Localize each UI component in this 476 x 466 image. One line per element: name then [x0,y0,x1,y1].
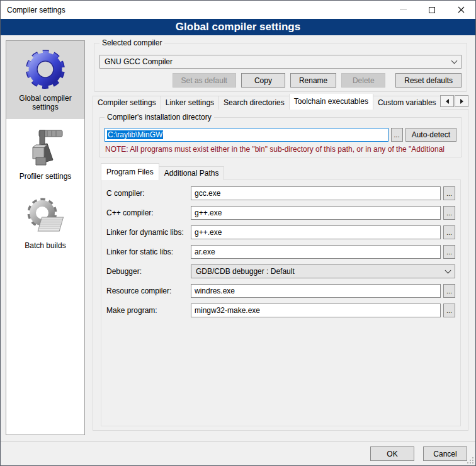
minimize-icon [400,9,407,10]
settings-category-list: Global compiler settingsProfiler setting… [6,40,85,435]
installation-directory-group-label: Compiler's installation directory [105,113,214,122]
bin-subdirectory-note: NOTE: All programs must exist either in … [105,145,456,154]
installation-directory-row: C:\raylib\MinGW ... Auto-detect [105,128,456,142]
compiler-select[interactable]: GNU GCC Compiler [99,55,462,69]
arrow-left-icon [446,99,449,104]
selected-compiler-group-label: Selected compiler [99,38,164,47]
field-row-debugger: Debugger:GDB/CDB debugger : Default [106,264,455,278]
field-row-linker-for-static-libs: Linker for static libs:... [106,245,455,259]
delete-button: Delete [341,73,385,88]
install-dir-selected-text: C:\raylib\MinGW [107,130,163,139]
tab-scroll-controls [439,95,468,107]
gray-gear-stack-icon [25,196,65,237]
window-title: Compiler settings [1,6,65,14]
tab-scroll-right-button[interactable] [455,95,468,107]
sidebar-item-label: Global compiler settings [8,94,82,111]
tab-scroll-left-button[interactable] [440,95,454,107]
compiler-select-value: GNU GCC Compiler [105,57,452,66]
resource-compiler-input[interactable] [191,284,441,298]
sidebar-item-label: Profiler settings [8,172,82,181]
program-files-pane: C compiler:...C++ compiler:...Linker for… [101,179,461,426]
install-dir-browse-button[interactable]: ... [391,128,403,142]
tab-search-directories[interactable]: Search directories [218,96,290,110]
window-controls [388,1,475,19]
close-icon [458,6,465,13]
c-compiler-input[interactable] [191,186,441,200]
make-program-label: Make program: [106,306,191,315]
set-as-default-button: Set as default [173,73,236,88]
linker-for-dynamic-libs-input[interactable] [191,225,441,239]
linker-for-dynamic-libs-label: Linker for dynamic libs: [106,228,191,237]
program-files-tabbar: Program FilesAdditional Paths [101,165,468,180]
field-row-cpp-compiler: C++ compiler:... [106,206,455,220]
selected-compiler-group: Selected compiler GNU GCC Compiler Set a… [94,43,467,92]
debugger-select[interactable]: GDB/CDB debugger : Default [191,264,455,278]
sidebar-item-profiler-settings[interactable]: Profiler settings [6,119,84,188]
cpp-compiler-label: C++ compiler: [106,208,191,217]
subtab-program-files[interactable]: Program Files [101,163,159,180]
tab-compiler-settings[interactable]: Compiler settings [93,96,161,110]
page-title: Global compiler settings [1,19,475,35]
footer-separator [1,441,475,442]
auto-detect-button[interactable]: Auto-detect [405,128,456,142]
make-program-browse-button[interactable]: ... [443,304,455,317]
cpp-compiler-browse-button[interactable]: ... [443,206,455,220]
caliper-icon [25,127,65,168]
arrow-right-icon [460,99,463,104]
close-button[interactable] [446,1,475,19]
minimize-button[interactable] [388,1,417,19]
linker-for-dynamic-libs-browse-button[interactable]: ... [443,225,455,239]
rename-button[interactable]: Rename [290,73,336,88]
settings-tabbar: Compiler settingsLinker settingsSearch d… [93,94,441,110]
field-row-resource-compiler: Resource compiler:... [106,284,455,298]
debugger-select-value: GDB/CDB debugger : Default [196,267,446,276]
sidebar-item-label: Batch builds [8,241,82,250]
maximize-icon [429,7,435,13]
main-panel: Selected compiler GNU GCC Compiler Set a… [89,40,472,435]
maximize-button[interactable] [417,1,446,19]
reset-defaults-button[interactable]: Reset defaults [395,73,462,88]
installation-directory-group: Compiler's installation directory C:\ray… [99,117,462,157]
tab-custom-variables[interactable]: Custom variables [373,96,441,110]
cpp-compiler-input[interactable] [191,206,441,220]
install-dir-input[interactable]: C:\raylib\MinGW [105,128,388,142]
compiler-actions: Set as defaultCopyRenameDeleteReset defa… [99,73,462,88]
debugger-label: Debugger: [106,267,191,276]
chevron-down-icon [445,267,451,273]
tab-toolchain-executables[interactable]: Toolchain executables [289,94,373,110]
compiler-settings-dialog: Compiler settings Global compiler settin… [0,0,476,466]
copy-button[interactable]: Copy [241,73,285,88]
field-row-linker-for-dynamic-libs: Linker for dynamic libs:... [106,225,455,239]
make-program-input[interactable] [191,304,441,317]
sidebar-item-global-compiler-settings[interactable]: Global compiler settings [6,41,84,119]
resource-compiler-label: Resource compiler: [106,287,191,295]
field-row-make-program: Make program:... [106,304,455,317]
toolchain-executables-page: Compiler's installation directory C:\ray… [93,109,468,431]
chevron-down-icon [451,57,458,64]
titlebar: Compiler settings [1,1,475,19]
resize-grip-icon[interactable] [467,457,473,463]
field-row-c-compiler: C compiler:... [106,186,455,200]
subtab-additional-paths[interactable]: Additional Paths [159,166,225,180]
cancel-button[interactable]: Cancel [423,446,467,461]
ok-button[interactable]: OK [370,446,414,461]
resource-compiler-browse-button[interactable]: ... [443,284,455,298]
tab-linker-settings[interactable]: Linker settings [161,96,219,110]
linker-for-static-libs-input[interactable] [191,245,441,259]
c-compiler-label: C compiler: [106,189,191,198]
linker-for-static-libs-label: Linker for static libs: [106,247,191,256]
dialog-buttons: OK Cancel [370,446,467,461]
sidebar-item-batch-builds[interactable]: Batch builds [6,188,84,258]
linker-for-static-libs-browse-button[interactable]: ... [443,245,455,259]
c-compiler-browse-button[interactable]: ... [443,186,455,200]
blue-gear-icon [25,49,65,89]
